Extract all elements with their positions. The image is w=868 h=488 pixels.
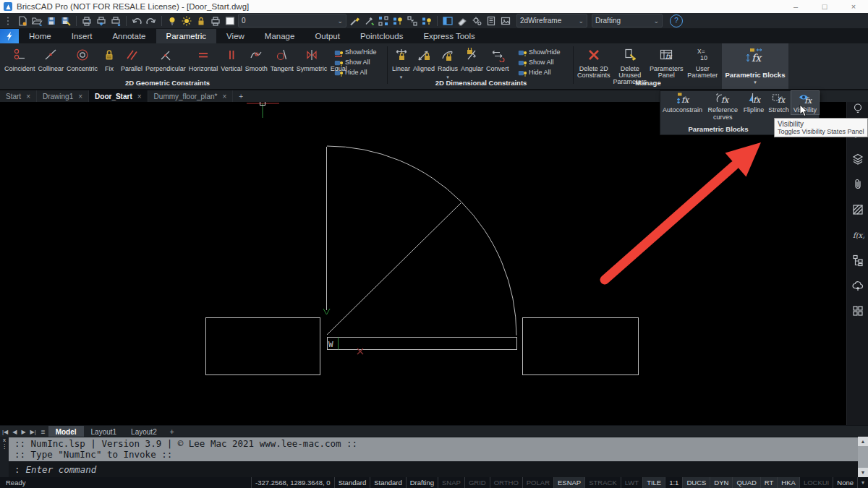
visual-style-select[interactable]: 2dWireframe ⌄ — [516, 14, 587, 27]
toolbar-button[interactable] — [145, 14, 158, 27]
close-button[interactable]: × — [839, 0, 868, 13]
status-toggle[interactable]: LWT — [621, 477, 642, 488]
toolbar-button[interactable] — [209, 14, 222, 27]
sidebar-panel-button[interactable] — [850, 102, 866, 118]
sidebar-panel-button[interactable] — [850, 178, 866, 194]
dropdown-item[interactable]: fx Flipline — [741, 91, 767, 114]
ribbon-button[interactable]: Radius ▾ — [436, 43, 459, 80]
sidebar-panel-button[interactable] — [850, 203, 866, 219]
dropdown-item[interactable]: fx Reference curves — [705, 91, 741, 121]
toolbar-button[interactable] — [16, 14, 29, 27]
toolbar-button[interactable] — [109, 14, 122, 27]
sidebar-panel-button[interactable]: f(x) — [850, 228, 866, 244]
document-tab[interactable]: Door_Start × — [89, 90, 148, 102]
show-toggle-button[interactable]: Show All — [518, 58, 561, 67]
ribbon-button[interactable]: Tangent — [269, 43, 295, 72]
toolbar-button[interactable] — [470, 14, 483, 27]
toolbar-button[interactable] — [420, 14, 433, 27]
sidebar-panel-button[interactable] — [850, 153, 866, 168]
status-toggle[interactable]: ORTHO — [490, 477, 522, 488]
layout-nav-button[interactable]: ▶ — [19, 426, 27, 437]
ribbon-button[interactable]: fx Parameters Panel — [648, 43, 685, 79]
ribbon-button[interactable]: Horizontal — [187, 43, 220, 72]
ribbon-button[interactable]: Vertical — [219, 43, 244, 72]
close-tab-icon[interactable]: × — [26, 93, 30, 100]
toolbar-button[interactable] — [95, 14, 108, 27]
toolbar-button[interactable] — [195, 14, 208, 27]
layout-nav-button[interactable]: |◀ — [0, 426, 10, 437]
status-toggle[interactable]: HKA — [777, 477, 799, 488]
sidebar-panel-button[interactable] — [850, 304, 866, 320]
status-toggle[interactable]: RT — [760, 477, 778, 488]
ribbon-button[interactable]: X=10 User Parameter — [685, 43, 720, 79]
close-tab-icon[interactable]: × — [137, 93, 142, 100]
ribbon-button[interactable]: Symmetric — [295, 43, 329, 72]
toolbar-button[interactable] — [485, 14, 498, 27]
toolbar-button[interactable] — [180, 14, 193, 27]
layout-nav-button[interactable]: ◀ — [10, 426, 19, 437]
command-scrollbar[interactable]: ▲ ▼ — [858, 437, 868, 477]
toolbar-button[interactable] — [59, 14, 72, 27]
drawing-canvas[interactable]: W — [0, 102, 846, 425]
ribbon-tab[interactable]: Insert — [61, 29, 103, 43]
show-toggle-button[interactable]: Show All — [334, 58, 377, 67]
ribbon-tab[interactable]: Parametric — [156, 29, 217, 43]
close-tab-icon[interactable]: × — [78, 93, 82, 100]
ribbon-button[interactable]: Coincident — [3, 43, 37, 72]
scroll-up-icon[interactable]: ▲ — [858, 437, 868, 446]
toolbar-button[interactable] — [1, 14, 14, 27]
ribbon-button[interactable]: Collinear — [37, 43, 66, 72]
layout-nav-button[interactable]: ▶| — [28, 426, 38, 437]
status-toggle[interactable]: TILE — [642, 477, 665, 488]
ribbon-tab[interactable]: Pointclouds — [350, 29, 413, 43]
layout-tab[interactable]: Layout1 — [84, 426, 124, 437]
document-tab[interactable]: Dummy_floor_plan* × — [148, 90, 234, 102]
status-toggle[interactable]: QUAD — [732, 477, 760, 488]
command-history[interactable]: :: NumInc.lsp | Version 3.9 | © Lee Mac … — [9, 437, 858, 461]
ribbon-button[interactable]: Concentric — [65, 43, 99, 72]
application-menu-button[interactable] — [0, 29, 19, 43]
ribbon-tab[interactable]: View — [216, 29, 255, 43]
status-toggle[interactable]: POLAR — [522, 477, 553, 488]
command-prompt[interactable]: : Enter command — [9, 463, 858, 476]
layer-select[interactable]: 0 ⌄ — [238, 14, 346, 27]
command-input[interactable]: Enter command — [26, 464, 97, 475]
ribbon-tab[interactable]: Manage — [255, 29, 305, 43]
status-toggle[interactable]: LOCKUI — [799, 477, 833, 488]
toolbar-button[interactable] — [348, 14, 361, 27]
ribbon-tab[interactable]: Output — [305, 29, 350, 43]
ribbon-button[interactable]: Smooth — [244, 43, 269, 72]
ribbon-tab[interactable]: Home — [19, 29, 61, 43]
close-tab-icon[interactable]: × — [222, 93, 226, 100]
ribbon-button[interactable]: Perpendicular — [144, 43, 187, 72]
status-toggle[interactable]: 1:1 — [665, 477, 682, 488]
status-toggle[interactable]: STRACK — [584, 477, 621, 488]
help-button[interactable]: ? — [670, 14, 683, 27]
ribbon-button[interactable]: Linear ▾ — [391, 43, 412, 80]
ribbon-button[interactable]: Convert — [485, 43, 511, 72]
show-toggle-button[interactable]: Show/Hide — [334, 48, 377, 56]
toolbar-button[interactable] — [130, 14, 143, 27]
add-layout-button[interactable]: + — [164, 426, 180, 437]
toolbar-button[interactable] — [224, 14, 237, 27]
ribbon-button[interactable]: Angular — [459, 43, 485, 72]
status-toggle[interactable]: DUCS — [682, 477, 710, 488]
toolbar-button[interactable] — [441, 14, 454, 27]
panel-close-icon[interactable]: x — [0, 437, 9, 443]
ribbon-tab[interactable]: Express Tools — [413, 29, 485, 43]
sidebar-panel-button[interactable] — [850, 279, 866, 295]
maximize-button[interactable]: □ — [810, 0, 839, 13]
ribbon-button[interactable]: Parallel — [119, 43, 144, 72]
sidebar-panel-button[interactable] — [850, 254, 866, 270]
toolbar-button[interactable] — [166, 14, 179, 27]
toolbar-button[interactable] — [391, 14, 404, 27]
scroll-down-icon[interactable]: ▼ — [858, 468, 868, 477]
toolbar-button[interactable] — [406, 14, 419, 27]
status-field[interactable]: Drafting — [406, 477, 438, 488]
layout-menu-icon[interactable]: ≡ — [38, 426, 48, 437]
ribbon-button[interactable]: Fix — [99, 43, 119, 72]
status-field[interactable]: Standard — [334, 477, 370, 488]
new-tab-button[interactable]: + — [233, 90, 249, 102]
status-field[interactable]: Standard — [370, 477, 406, 488]
dropdown-item[interactable]: fx Autoconstrain — [660, 91, 705, 114]
